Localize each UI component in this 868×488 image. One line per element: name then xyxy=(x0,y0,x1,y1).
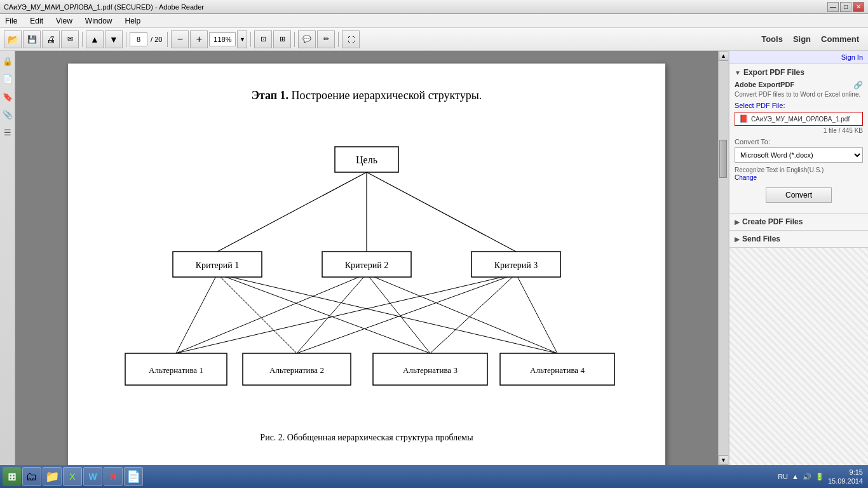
print-button[interactable]: 🖨 xyxy=(42,30,60,48)
heading-rest: Построение иерархической структуры. xyxy=(288,89,482,102)
scroll-down-button[interactable]: ▼ xyxy=(719,455,729,465)
maximize-button[interactable]: □ xyxy=(840,2,851,12)
external-link-icon: 🔗 xyxy=(853,81,863,90)
title-bar: САиУЭ_МУ_МАИ_ОРЛОВА_1.pdf (SECURED) - Ad… xyxy=(0,0,868,14)
svg-text:Альтернатива 3: Альтернатива 3 xyxy=(403,365,458,375)
bookmark-icon[interactable]: 🔖 xyxy=(1,90,14,103)
svg-line-14 xyxy=(516,274,557,353)
convert-to-select[interactable]: Microsoft Word (*.docx) Microsoft Excel … xyxy=(735,147,863,163)
diagram-caption: Рис. 2. Обобщенная иерархическая структу… xyxy=(106,433,627,443)
menu-edit[interactable]: Edit xyxy=(27,15,46,27)
clock-date: 15.09.2014 xyxy=(828,477,863,485)
language-indicator: RU xyxy=(778,473,788,480)
lock-icon: 🔒 xyxy=(1,55,14,67)
send-section-title: Send Files xyxy=(742,234,780,243)
page-number-input[interactable]: 8 xyxy=(130,32,147,46)
zoom-dropdown-button[interactable]: ▼ xyxy=(237,30,247,48)
comment1-button[interactable]: 💬 xyxy=(298,30,316,48)
zoom-input[interactable]: 118% xyxy=(209,32,236,46)
page-icon[interactable]: 📄 xyxy=(1,72,14,85)
taskbar-icon-explorer[interactable]: 🗂 xyxy=(22,467,41,486)
taskbar-clock: 9:15 15.09.2014 xyxy=(828,468,863,486)
scroll-track[interactable] xyxy=(719,61,728,455)
taskbar-icon-excel[interactable]: X xyxy=(63,467,82,486)
close-button[interactable]: ✕ xyxy=(853,2,864,12)
file-item[interactable]: 📕 САиУЭ_МУ_МАИ_ОРЛОВА_1.pdf xyxy=(735,112,863,126)
clock-time: 9:15 xyxy=(828,468,863,477)
tools-button[interactable]: Tools xyxy=(761,34,783,44)
right-panel: Sign In ▼ Export PDF Files Adobe ExportP… xyxy=(728,51,868,465)
start-button[interactable]: ⊞ xyxy=(3,467,21,486)
svg-text:Критерий 3: Критерий 3 xyxy=(494,261,538,270)
sign-button[interactable]: Sign xyxy=(793,34,811,44)
export-section-title: Export PDF Files xyxy=(743,68,804,77)
zoom-in-button[interactable]: + xyxy=(190,30,208,48)
separator-5 xyxy=(294,32,295,47)
svg-text:Критерий 2: Критерий 2 xyxy=(345,261,389,270)
taskbar-icon-yandex[interactable]: Я xyxy=(104,467,123,486)
window-controls: — □ ✕ xyxy=(827,2,864,12)
prev-page-button[interactable]: ▲ xyxy=(86,30,104,48)
svg-line-8 xyxy=(297,274,367,353)
change-link[interactable]: Change xyxy=(735,174,863,181)
convert-to-label: Convert To: xyxy=(735,138,863,146)
page-total: / 20 xyxy=(149,36,164,43)
send-section[interactable]: ▶ Send Files xyxy=(729,231,868,248)
layers-icon[interactable]: ☰ xyxy=(1,126,14,139)
fullscreen-button[interactable]: ⛶ xyxy=(342,30,360,48)
save-button[interactable]: 💾 xyxy=(23,30,41,48)
svg-line-3 xyxy=(176,274,217,353)
pdf-file-icon: 📕 xyxy=(739,114,749,123)
open-button[interactable]: 📂 xyxy=(4,30,22,48)
export-app-name: Adobe ExportPDF 🔗 xyxy=(735,81,863,90)
recognize-area: Recognize Text in English(U.S.) Change xyxy=(735,166,863,181)
email-button[interactable]: ✉ xyxy=(61,30,79,48)
toolbar: 📂 💾 🖨 ✉ ▲ ▼ 8 / 20 − + 118% ▼ ⊡ ⊞ 💬 ✏ ⛶ … xyxy=(0,28,868,51)
export-triangle-icon: ▼ xyxy=(735,69,741,76)
scrollbar[interactable]: ▲ ▼ xyxy=(718,51,728,465)
send-section-header[interactable]: ▶ Send Files xyxy=(735,234,863,243)
zoom-out-button[interactable]: − xyxy=(171,30,189,48)
sign-in-bar[interactable]: Sign In xyxy=(729,51,868,64)
export-section-header[interactable]: ▼ Export PDF Files xyxy=(735,68,863,77)
scroll-thumb[interactable] xyxy=(719,140,727,178)
svg-text:Альтернатива 1: Альтернатива 1 xyxy=(149,365,203,375)
send-triangle-icon: ▶ xyxy=(735,236,740,243)
fit-page-button[interactable]: ⊡ xyxy=(254,30,272,48)
heading-bold: Этап 1. xyxy=(252,89,288,102)
svg-text:Цель: Цель xyxy=(356,154,377,166)
next-page-button[interactable]: ▼ xyxy=(105,30,123,48)
export-desc: Convert PDF files to to Word or Excel on… xyxy=(735,91,863,98)
taskbar-icon-acrobat[interactable]: 📄 xyxy=(124,467,143,486)
taskbar-icon-folder[interactable]: 📁 xyxy=(43,467,62,486)
separator-3 xyxy=(167,32,168,47)
minimize-button[interactable]: — xyxy=(827,2,839,12)
separator-2 xyxy=(126,32,126,47)
taskbar: ⊞ 🗂 📁 X W Я 📄 RU ▲ 🔊 🔋 9:15 15.09.2014 xyxy=(0,465,868,488)
menu-help[interactable]: Help xyxy=(123,15,144,27)
convert-button[interactable]: Convert xyxy=(766,187,832,203)
svg-text:Критерий 1: Критерий 1 xyxy=(196,261,240,270)
menu-bar: File Edit View Window Help xyxy=(0,14,868,28)
pdf-content: Этап 1. Построение иерархической структу… xyxy=(15,51,718,465)
svg-line-11 xyxy=(176,274,516,353)
comment-button[interactable]: Comment xyxy=(821,34,859,44)
menu-window[interactable]: Window xyxy=(83,15,115,27)
create-section[interactable]: ▶ Create PDF Files xyxy=(729,214,868,231)
separator-1 xyxy=(82,32,83,47)
battery-icon: 🔋 xyxy=(815,473,824,481)
svg-line-7 xyxy=(176,274,367,353)
svg-line-6 xyxy=(217,274,557,353)
fit-width-button[interactable]: ⊞ xyxy=(273,30,291,48)
hierarchy-diagram: Цель Критерий 1 Критерий 2 Критерий 3 Ал… xyxy=(106,121,627,426)
taskbar-right: RU ▲ 🔊 🔋 9:15 15.09.2014 xyxy=(778,468,865,486)
create-section-header[interactable]: ▶ Create PDF Files xyxy=(735,217,863,226)
svg-line-4 xyxy=(217,274,297,353)
menu-view[interactable]: View xyxy=(53,15,75,27)
attachment-icon[interactable]: 📎 xyxy=(1,108,14,121)
comment2-button[interactable]: ✏ xyxy=(317,30,335,48)
file-name: САиУЭ_МУ_МАИ_ОРЛОВА_1.pdf xyxy=(751,116,858,123)
taskbar-icon-word[interactable]: W xyxy=(83,467,102,486)
menu-file[interactable]: File xyxy=(3,15,20,27)
scroll-up-button[interactable]: ▲ xyxy=(719,51,729,61)
